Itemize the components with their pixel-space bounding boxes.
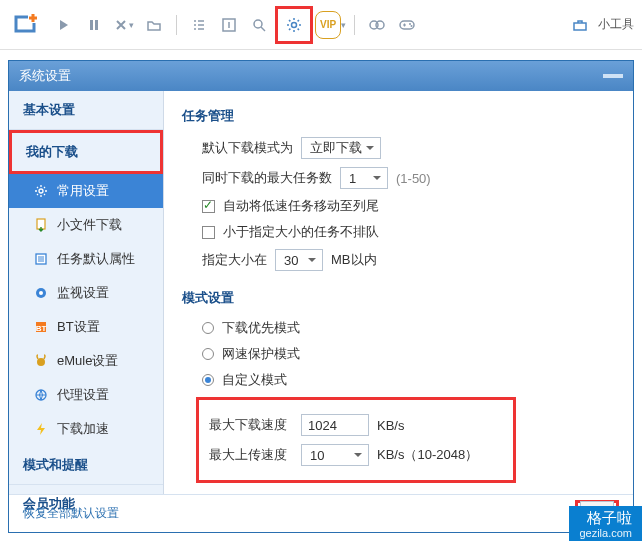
bt-icon: BT <box>33 319 49 335</box>
sidebar-item-taskdefault[interactable]: 任务默认属性 <box>9 242 163 276</box>
gear-small-icon <box>33 183 49 199</box>
mode-radio-custom[interactable] <box>202 374 214 386</box>
task-props-icon <box>33 251 49 267</box>
max-tasks-select[interactable]: 1 <box>340 167 388 189</box>
sidebar-item-common[interactable]: 常用设置 <box>9 174 163 208</box>
size-prefix-label: 指定大小在 <box>202 251 267 269</box>
max-tasks-label: 同时下载的最大任务数 <box>202 169 332 187</box>
no-queue-checkbox[interactable] <box>202 226 215 239</box>
sidebar-item-label: 任务默认属性 <box>57 250 135 268</box>
speed-highlight: 最大下载速度 1024 KB/s 最大上传速度 10 KB/s（10-2048） <box>196 397 516 483</box>
emule-icon <box>33 353 49 369</box>
media-icon[interactable] <box>363 11 391 39</box>
vip-icon[interactable]: VIP <box>315 11 341 39</box>
window-footer: 恢复全部默认设置 确 <box>9 494 633 532</box>
svg-rect-12 <box>574 23 586 30</box>
sidebar-item-emule[interactable]: eMule设置 <box>9 344 163 378</box>
restore-defaults-link[interactable]: 恢复全部默认设置 <box>23 505 119 522</box>
toolbox-icon[interactable] <box>566 11 594 39</box>
svg-rect-9 <box>400 21 414 29</box>
mode-opt2-label: 网速保护模式 <box>222 345 300 363</box>
settings-highlight <box>275 6 313 44</box>
mode-opt1-label: 下载优先模式 <box>222 319 300 337</box>
search-icon[interactable] <box>245 11 273 39</box>
monitor-icon <box>33 285 49 301</box>
svg-point-6 <box>292 22 297 27</box>
settings-main: 任务管理 默认下载模式为 立即下载 同时下载的最大任务数 1 (1-50) 自动… <box>164 91 633 494</box>
watermark-url: gezila.com <box>579 527 632 539</box>
sidebar-item-monitor[interactable]: 监视设置 <box>9 276 163 310</box>
svg-point-13 <box>39 189 43 193</box>
app-toolbar: ▾ VIP ▾ 小工具 <box>0 0 642 50</box>
minimize-icon[interactable] <box>603 74 623 78</box>
list-icon[interactable] <box>185 11 213 39</box>
mode-section-title: 模式设置 <box>182 289 615 307</box>
sidebar-section-basic[interactable]: 基本设置 <box>9 91 163 130</box>
default-mode-label: 默认下载模式为 <box>202 139 293 157</box>
svg-point-8 <box>376 21 384 29</box>
sidebar-item-label: 常用设置 <box>57 182 109 200</box>
max-down-input[interactable]: 1024 <box>301 414 369 436</box>
svg-point-10 <box>409 23 411 25</box>
sidebar-item-label: eMule设置 <box>57 352 118 370</box>
svg-rect-2 <box>90 20 93 30</box>
size-suffix-label: MB以内 <box>331 251 377 269</box>
window-content: 基本设置 我的下载 常用设置 小文件下载 任务默认属性 监视设置 BT BT设置 <box>9 91 633 494</box>
globe-icon <box>33 387 49 403</box>
gear-icon[interactable] <box>280 11 308 39</box>
max-down-label: 最大下载速度 <box>209 416 293 434</box>
svg-point-17 <box>39 291 43 295</box>
sidebar-item-label: 下载加速 <box>57 420 109 438</box>
svg-point-11 <box>411 25 413 27</box>
auto-move-checkbox[interactable] <box>202 200 215 213</box>
sidebar-item-bt[interactable]: BT BT设置 <box>9 310 163 344</box>
settings-window: 系统设置 基本设置 我的下载 常用设置 小文件下载 任务默认属性 监视设置 <box>8 60 634 533</box>
max-tasks-hint: (1-50) <box>396 171 431 186</box>
svg-text:BT: BT <box>36 324 47 333</box>
auto-move-label: 自动将低速任务移动至列尾 <box>223 197 379 215</box>
up-hint-label: KB/s（10-2048） <box>377 446 478 464</box>
sidebar-section-mode[interactable]: 模式和提醒 <box>9 446 163 485</box>
play-icon[interactable] <box>50 11 78 39</box>
detail-icon[interactable] <box>215 11 243 39</box>
pause-icon[interactable] <box>80 11 108 39</box>
max-up-select[interactable]: 10 <box>301 444 369 466</box>
max-up-label: 最大上传速度 <box>209 446 293 464</box>
unit-label: KB/s <box>377 418 404 433</box>
sidebar-item-speedup[interactable]: 下载加速 <box>9 412 163 446</box>
svg-point-20 <box>37 358 45 366</box>
default-mode-select[interactable]: 立即下载 <box>301 137 381 159</box>
sidebar: 基本设置 我的下载 常用设置 小文件下载 任务默认属性 监视设置 BT BT设置 <box>9 91 164 494</box>
mode-radio-net-protect[interactable] <box>202 348 214 360</box>
svg-point-5 <box>254 20 262 28</box>
watermark: 格子啦 gezila.com <box>569 506 642 541</box>
sidebar-item-label: 监视设置 <box>57 284 109 302</box>
no-queue-label: 小于指定大小的任务不排队 <box>223 223 379 241</box>
window-title: 系统设置 <box>19 67 71 85</box>
sidebar-item-smallfile[interactable]: 小文件下载 <box>9 208 163 242</box>
sidebar-item-label: BT设置 <box>57 318 100 336</box>
sidebar-item-label: 小文件下载 <box>57 216 122 234</box>
mode-opt3-label: 自定义模式 <box>222 371 287 389</box>
sidebar-item-proxy[interactable]: 代理设置 <box>9 378 163 412</box>
delete-icon[interactable]: ▾ <box>110 11 138 39</box>
svg-rect-3 <box>95 20 98 30</box>
mode-radio-download-priority[interactable] <box>202 322 214 334</box>
bolt-icon <box>33 421 49 437</box>
game-icon[interactable] <box>393 11 421 39</box>
watermark-title: 格子啦 <box>579 510 632 527</box>
app-logo-icon <box>8 7 44 43</box>
size-select[interactable]: 30 <box>275 249 323 271</box>
separator <box>354 15 355 35</box>
folder-icon[interactable] <box>140 11 168 39</box>
separator <box>176 15 177 35</box>
toolbox-label[interactable]: 小工具 <box>598 16 634 33</box>
task-section-title: 任务管理 <box>182 107 615 125</box>
sidebar-item-label: 代理设置 <box>57 386 109 404</box>
titlebar: 系统设置 <box>9 61 633 91</box>
file-down-icon <box>33 217 49 233</box>
chevron-down-icon[interactable]: ▾ <box>341 20 346 30</box>
sidebar-section-mydownload[interactable]: 我的下载 <box>9 130 163 174</box>
